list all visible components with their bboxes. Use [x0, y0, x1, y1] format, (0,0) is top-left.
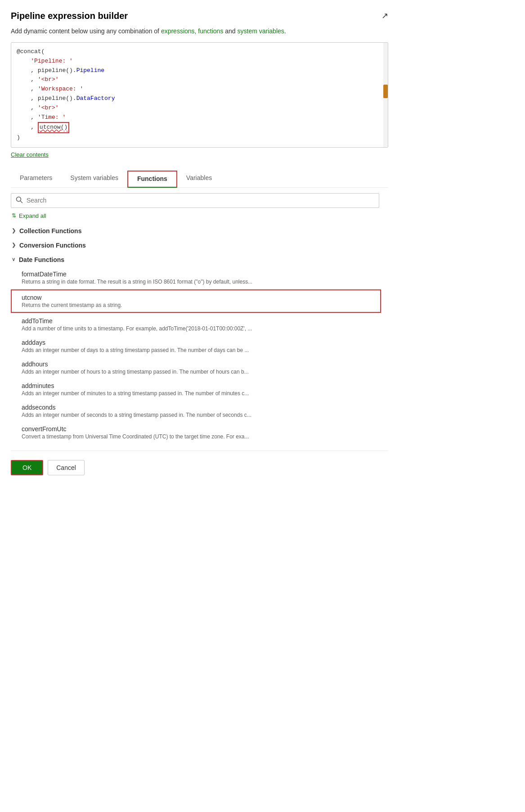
- tab-functions[interactable]: Functions: [127, 171, 177, 188]
- subtitle-text: Add dynamic content below using any comb…: [11, 27, 161, 35]
- function-item-addminutes[interactable]: addminutes Adds an integer number of min…: [11, 379, 381, 400]
- conversion-chevron-icon: ❯: [12, 242, 16, 248]
- code-line-4: , '<br>': [17, 75, 382, 85]
- function-desc-utcnow: Returns the current timestamp as a strin…: [22, 302, 377, 308]
- function-item-utcnow[interactable]: utcnow Returns the current timestamp as …: [11, 289, 381, 313]
- dialog-title: Pipeline expression builder: [11, 11, 128, 21]
- category-collection-functions[interactable]: ❯ Collection Functions: [11, 224, 381, 238]
- subtitle: Add dynamic content below using any comb…: [11, 27, 388, 36]
- category-conversion-label: Conversion Functions: [19, 242, 86, 249]
- function-desc-adddays: Adds an integer number of days to a stri…: [22, 347, 381, 353]
- system-variables-link[interactable]: system variables: [238, 27, 284, 35]
- cancel-button[interactable]: Cancel: [48, 460, 85, 475]
- tabs-section: Parameters System variables Functions Va…: [11, 171, 388, 188]
- category-date-functions[interactable]: ∨ Date Functions: [11, 253, 381, 267]
- code-line-5: , 'Workspace: ': [17, 85, 382, 94]
- code-line-9: , utcnow(): [17, 122, 382, 133]
- function-desc-addtotime: Add a number of time units to a timestam…: [22, 325, 381, 332]
- code-editor[interactable]: @concat( 'Pipeline: ' , pipeline().Pipel…: [11, 42, 388, 148]
- code-line-3: , pipeline().Pipeline: [17, 66, 382, 76]
- function-item-convertfromutc[interactable]: convertFromUtc Convert a timestamp from …: [11, 422, 381, 443]
- function-desc-addseconds: Adds an integer number of seconds to a s…: [22, 412, 381, 418]
- subtitle-period: .: [284, 27, 286, 35]
- function-desc-addhours: Adds an integer number of hours to a str…: [22, 369, 381, 375]
- function-name-addhours: addhours: [22, 361, 381, 368]
- expressions-functions-link[interactable]: expressions, functions: [161, 27, 224, 35]
- search-box[interactable]: [11, 193, 379, 208]
- category-date-label: Date Functions: [19, 256, 64, 263]
- category-conversion-functions[interactable]: ❯ Conversion Functions: [11, 238, 381, 253]
- code-line-1: @concat(: [17, 47, 382, 57]
- function-name-formatdatetime: formatDateTime: [22, 271, 381, 278]
- code-line-7: , '<br>': [17, 104, 382, 113]
- function-item-adddays[interactable]: adddays Adds an integer number of days t…: [11, 335, 381, 357]
- function-item-addhours[interactable]: addhours Adds an integer number of hours…: [11, 357, 381, 379]
- category-collection-label: Collection Functions: [19, 227, 81, 235]
- tab-variables[interactable]: Variables: [177, 171, 221, 188]
- function-desc-formatdatetime: Returns a string in date format. The res…: [22, 279, 381, 285]
- function-name-addminutes: addminutes: [22, 382, 381, 389]
- editor-scroll-thumb[interactable]: [383, 85, 388, 98]
- function-name-adddays: adddays: [22, 339, 381, 346]
- tabs-row: Parameters System variables Functions Va…: [11, 171, 388, 187]
- editor-scrollbar[interactable]: [383, 43, 388, 147]
- function-name-utcnow: utcnow: [22, 294, 377, 301]
- search-icon: [16, 196, 23, 205]
- collection-chevron-icon: ❯: [12, 228, 16, 234]
- subtitle-and: and: [223, 27, 237, 35]
- search-input[interactable]: [27, 197, 374, 204]
- ok-button[interactable]: OK: [11, 460, 43, 475]
- panel-scroll[interactable]: ❯ Collection Functions ❯ Conversion Func…: [11, 224, 388, 443]
- tab-system-variables[interactable]: System variables: [61, 171, 127, 188]
- bottom-bar: OK Cancel: [11, 451, 388, 475]
- expand-icon[interactable]: ↗: [381, 11, 388, 21]
- expand-all-label: Expand all: [19, 212, 46, 219]
- svg-line-1: [21, 201, 22, 203]
- date-chevron-icon: ∨: [12, 257, 15, 262]
- title-row: Pipeline expression builder ↗: [11, 11, 388, 21]
- expand-all-chevron-icon: ⇅: [12, 212, 16, 219]
- panel-scroll-wrapper: ❯ Collection Functions ❯ Conversion Func…: [11, 224, 388, 443]
- code-line-8: , 'Time: ': [17, 113, 382, 122]
- dialog-container: Pipeline expression builder ↗ Add dynami…: [11, 11, 388, 475]
- function-name-addseconds: addseconds: [22, 404, 381, 411]
- tab-parameters[interactable]: Parameters: [11, 171, 61, 188]
- function-desc-convertfromutc: Convert a timestamp from Universal Time …: [22, 433, 381, 440]
- code-line-6: , pipeline().DataFactory: [17, 94, 382, 104]
- function-item-addseconds[interactable]: addseconds Adds an integer number of sec…: [11, 400, 381, 422]
- function-name-convertfromutc: convertFromUtc: [22, 425, 381, 433]
- function-item-addtotime[interactable]: addToTime Add a number of time units to …: [11, 314, 381, 335]
- code-line-10: ): [17, 133, 382, 143]
- function-desc-addminutes: Adds an integer number of minutes to a s…: [22, 390, 381, 397]
- expand-all-row[interactable]: ⇅ Expand all: [11, 212, 388, 219]
- function-item-formatdatetime[interactable]: formatDateTime Returns a string in date …: [11, 267, 381, 289]
- clear-contents-link[interactable]: Clear contents: [11, 151, 49, 158]
- code-line-2: 'Pipeline: ': [17, 57, 382, 66]
- function-name-addtotime: addToTime: [22, 317, 381, 325]
- functions-panel: ⇅ Expand all ❯ Collection Functions ❯ Co…: [11, 193, 388, 443]
